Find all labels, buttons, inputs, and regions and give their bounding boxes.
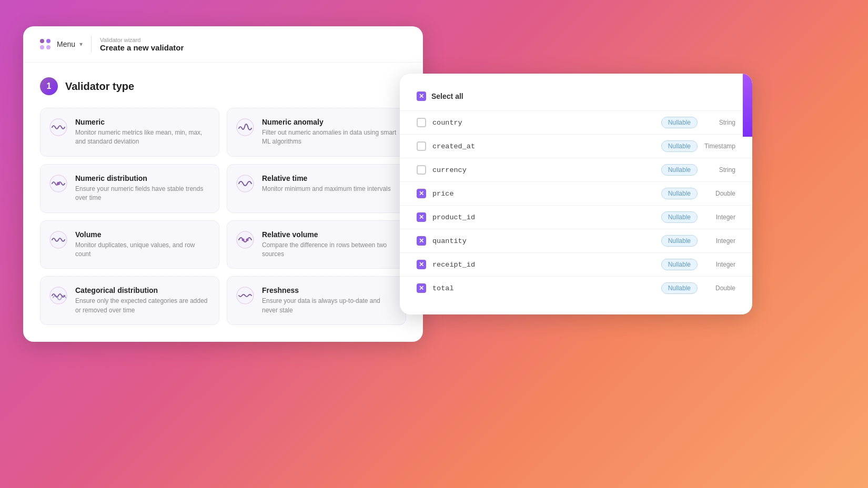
validator-card-freshness[interactable]: Freshness Ensure your data is always up-…: [227, 276, 406, 325]
validator-card-volume[interactable]: Volume Monitor duplicates, unique values…: [40, 220, 219, 269]
card-title-categorical-distribution: Categorical distribution: [75, 286, 210, 294]
menu-label: Menu: [57, 40, 75, 48]
validator-card-relative-time[interactable]: Relative time Monitor minimum and maximu…: [227, 164, 406, 213]
field-checkbox-total[interactable]: ✕: [417, 283, 426, 293]
columns-panel: ✕ Select all country Nullable String cre…: [400, 74, 752, 314]
svg-point-11: [242, 238, 245, 241]
nullable-badge-country: Nullable: [661, 117, 698, 128]
field-checkbox-created-at[interactable]: [417, 141, 426, 151]
field-checkbox-currency[interactable]: [417, 165, 426, 175]
purple-accent: [743, 74, 752, 137]
card-content-relative-time: Relative time Monitor minimum and maximu…: [262, 174, 397, 194]
svg-point-7: [57, 182, 60, 185]
field-checkbox-product-id[interactable]: ✕: [417, 212, 426, 222]
breadcrumb: Validator wizard Create a new validator: [100, 37, 184, 52]
nullable-badge-currency: Nullable: [661, 164, 698, 176]
svg-point-1: [46, 39, 51, 43]
header-divider: [91, 36, 92, 53]
field-name-created-at: created_at: [432, 143, 655, 150]
panel-body: 1 Validator type Numeric Monitor numeric…: [23, 63, 423, 342]
panel-header: Menu ▾ Validator wizard Create a new val…: [23, 26, 423, 63]
card-title-numeric-anomaly: Numeric anomaly: [262, 118, 397, 126]
validator-cards-grid: Numeric Monitor numeric metrics like mea…: [40, 108, 406, 325]
numeric-distribution-icon: [49, 174, 68, 193]
validator-card-categorical-distribution[interactable]: Categorical distribution Ensure only the…: [40, 276, 219, 325]
field-badges-price: Nullable Double: [661, 188, 735, 199]
x-mark-icon-total: ✕: [419, 284, 424, 292]
field-badges-total: Nullable Double: [661, 282, 735, 294]
nullable-badge-price: Nullable: [661, 188, 698, 199]
field-row-price: ✕ price Nullable Double: [400, 181, 752, 205]
card-content-numeric: Numeric Monitor numeric metrics like mea…: [75, 118, 210, 147]
card-content-relative-volume: Relative volume Compare the difference i…: [262, 230, 397, 259]
menu-button[interactable]: Menu ▾: [38, 37, 83, 52]
nullable-badge-created-at: Nullable: [661, 140, 698, 152]
validator-card-numeric-distribution[interactable]: Numeric distribution Ensure your numeric…: [40, 164, 219, 213]
section-title: Validator type: [65, 80, 134, 93]
validator-card-numeric-anomaly[interactable]: Numeric anomaly Filter out numeric anoma…: [227, 108, 406, 157]
step-badge: 1: [40, 77, 58, 95]
select-all-label: Select all: [431, 92, 463, 100]
card-desc-numeric: Monitor numeric metrics like mean, min, …: [75, 128, 210, 147]
type-badge-created-at: Timestamp: [702, 143, 735, 150]
card-title-numeric: Numeric: [75, 118, 210, 126]
field-name-product-id: product_id: [432, 214, 655, 221]
card-content-freshness: Freshness Ensure your data is always up-…: [262, 286, 397, 315]
field-name-currency: currency: [432, 166, 655, 174]
categorical-distribution-icon: [49, 286, 68, 305]
field-name-country: country: [432, 119, 655, 127]
card-desc-freshness: Ensure your data is always up-to-date an…: [262, 297, 397, 315]
type-badge-country: String: [702, 119, 735, 126]
card-title-volume: Volume: [75, 230, 210, 239]
breadcrumb-title: Create a new validator: [100, 43, 184, 52]
x-mark-icon-receipt-id: ✕: [419, 261, 424, 268]
nullable-badge-receipt-id: Nullable: [661, 259, 698, 270]
validator-card-relative-volume[interactable]: Relative volume Compare the difference i…: [227, 220, 406, 269]
relative-volume-icon: [236, 230, 255, 249]
nullable-badge-quantity: Nullable: [661, 235, 698, 247]
field-badges-receipt-id: Nullable Integer: [661, 259, 735, 270]
nullable-badge-product-id: Nullable: [661, 211, 698, 223]
type-badge-price: Double: [702, 190, 735, 197]
field-checkbox-country[interactable]: [417, 118, 426, 127]
field-checkbox-quantity[interactable]: ✕: [417, 236, 426, 246]
card-desc-relative-volume: Compare the difference in rows between t…: [262, 241, 397, 259]
card-content-categorical-distribution: Categorical distribution Ensure only the…: [75, 286, 210, 315]
field-badges-created-at: Nullable Timestamp: [661, 140, 735, 152]
card-content-volume: Volume Monitor duplicates, unique values…: [75, 230, 210, 259]
field-row-country: country Nullable String: [400, 110, 752, 134]
field-row-quantity: ✕ quantity Nullable Integer: [400, 229, 752, 252]
card-title-freshness: Freshness: [262, 286, 397, 294]
card-desc-categorical-distribution: Ensure only the expected categories are …: [75, 297, 210, 315]
field-checkbox-receipt-id[interactable]: ✕: [417, 260, 426, 269]
svg-point-0: [40, 39, 44, 43]
card-desc-volume: Monitor duplicates, unique values, and r…: [75, 241, 210, 259]
card-title-relative-volume: Relative volume: [262, 230, 397, 239]
card-desc-numeric-anomaly: Filter out numeric anomalies in data usi…: [262, 128, 397, 147]
field-name-price: price: [432, 190, 655, 198]
card-content-numeric-distribution: Numeric distribution Ensure your numeric…: [75, 174, 210, 203]
field-checkbox-price[interactable]: ✕: [417, 189, 426, 198]
x-mark-icon-product-id: ✕: [419, 214, 424, 221]
card-title-numeric-distribution: Numeric distribution: [75, 174, 210, 182]
relative-time-icon: [236, 174, 255, 193]
field-name-quantity: quantity: [432, 237, 655, 245]
card-title-relative-time: Relative time: [262, 174, 397, 182]
card-desc-numeric-distribution: Ensure your numeric fields have stable t…: [75, 185, 210, 203]
field-badges-quantity: Nullable Integer: [661, 235, 735, 247]
section-header: 1 Validator type: [40, 77, 406, 95]
chevron-down-icon: ▾: [79, 40, 83, 48]
select-all-checkbox[interactable]: ✕: [417, 92, 426, 101]
logo-icon: [38, 37, 53, 52]
field-row-currency: currency Nullable String: [400, 158, 752, 181]
validator-wizard-panel: Menu ▾ Validator wizard Create a new val…: [23, 26, 423, 342]
field-badges-product-id: Nullable Integer: [661, 211, 735, 223]
validator-card-numeric[interactable]: Numeric Monitor numeric metrics like mea…: [40, 108, 219, 157]
x-mark-icon-price: ✕: [419, 190, 424, 197]
select-all-row: ✕ Select all: [400, 88, 752, 110]
type-badge-product-id: Integer: [702, 214, 735, 221]
type-badge-total: Double: [702, 284, 735, 292]
type-badge-currency: String: [702, 166, 735, 174]
numeric-icon: [49, 118, 68, 137]
svg-point-2: [40, 45, 44, 49]
